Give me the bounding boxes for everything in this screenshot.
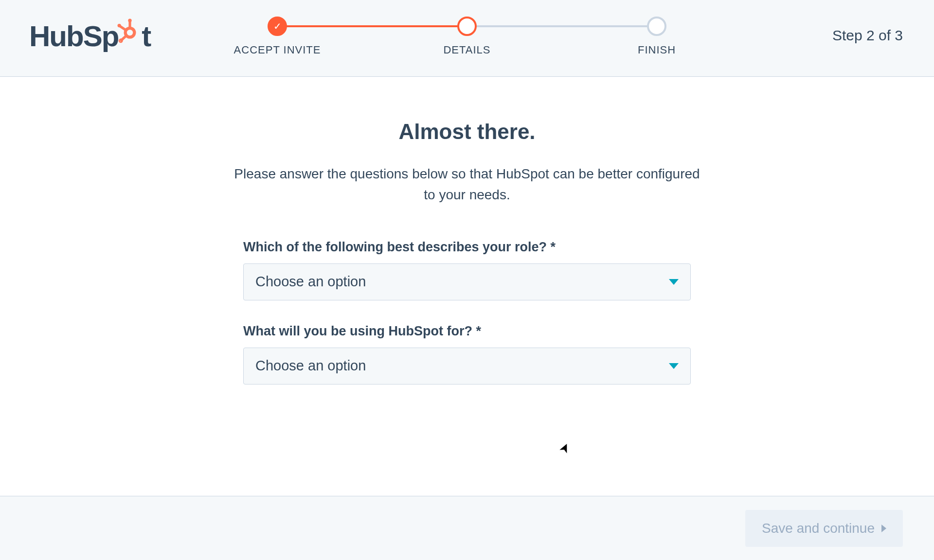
- step-label: FINISH: [638, 44, 676, 56]
- save-and-continue-button[interactable]: Save and continue: [745, 510, 903, 547]
- cursor-icon: ➤: [556, 440, 574, 456]
- usage-select[interactable]: Choose an option: [243, 348, 691, 385]
- progress-stepper: ✓ ACCEPT INVITE DETAILS FINISH: [268, 17, 666, 56]
- usage-select-value: Choose an option: [255, 358, 366, 374]
- svg-point-5: [118, 23, 121, 27]
- field-role: Which of the following best describes yo…: [243, 240, 691, 300]
- svg-point-4: [128, 18, 132, 22]
- onboarding-form: Which of the following best describes yo…: [243, 240, 691, 408]
- field-usage: What will you be using HubSpot for? * Ch…: [243, 324, 691, 385]
- main-content: Almost there. Please answer the question…: [0, 77, 934, 408]
- step-label: DETAILS: [443, 44, 490, 56]
- step-dot-done: ✓: [268, 17, 287, 36]
- step-finish: FINISH: [647, 17, 666, 56]
- step-accept-invite: ✓ ACCEPT INVITE: [268, 17, 287, 56]
- save-button-label: Save and continue: [762, 521, 875, 536]
- step-dot-todo: [647, 17, 666, 36]
- logo-text-right: t: [142, 19, 150, 53]
- role-select[interactable]: Choose an option: [243, 263, 691, 300]
- step-counter: Step 2 of 3: [832, 27, 903, 44]
- role-select-value: Choose an option: [255, 274, 366, 290]
- hubspot-logo: HubSp t: [29, 19, 150, 53]
- step-dot-current: [457, 17, 477, 36]
- page-title: Almost there.: [398, 120, 535, 144]
- chevron-down-icon: [669, 279, 679, 285]
- stepper-nodes: ✓ ACCEPT INVITE DETAILS FINISH: [268, 17, 666, 56]
- logo-text-left: HubSp: [29, 19, 118, 53]
- chevron-right-icon: [881, 525, 886, 532]
- chevron-down-icon: [669, 363, 679, 369]
- step-label: ACCEPT INVITE: [234, 44, 321, 56]
- field-label-role: Which of the following best describes yo…: [243, 240, 691, 255]
- footer: Save and continue: [0, 496, 934, 560]
- field-label-usage: What will you be using HubSpot for? *: [243, 324, 691, 339]
- svg-line-2: [120, 26, 126, 30]
- header: HubSp t ✓ ACCEPT INVITE: [0, 0, 934, 77]
- step-details: DETAILS: [457, 17, 477, 56]
- sprocket-icon: [117, 17, 143, 42]
- page-subtitle: Please answer the questions below so tha…: [234, 163, 700, 206]
- check-icon: ✓: [273, 20, 282, 32]
